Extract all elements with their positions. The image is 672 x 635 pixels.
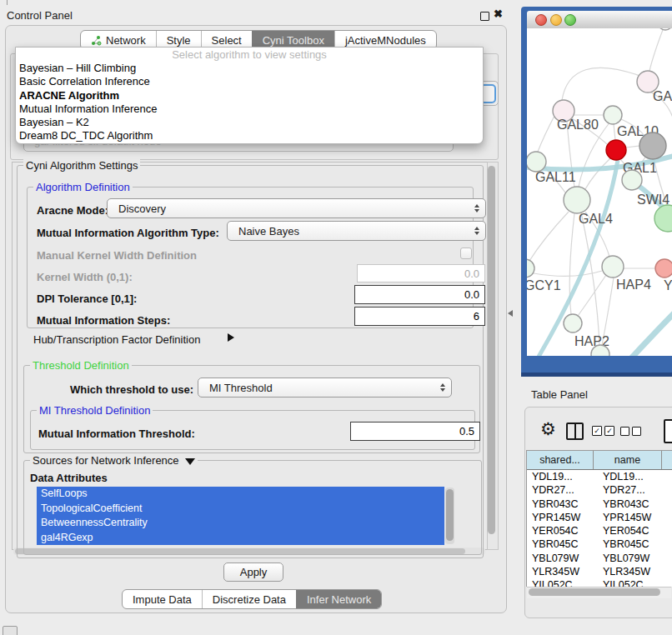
table-row[interactable]: YBR043CYBR043C bbox=[527, 498, 672, 511]
table-panel-title: Table Panel bbox=[531, 388, 588, 401]
algorithm-option-bayesian-k2[interactable]: Bayesian – K2 bbox=[16, 116, 483, 129]
attribute-item-betweennesscentrality[interactable]: BetweennessCentrality bbox=[37, 516, 444, 531]
network-node-gal1[interactable] bbox=[606, 140, 626, 160]
table-row[interactable]: YIL052CYIL052C9 bbox=[527, 578, 672, 587]
float-window-icon[interactable] bbox=[480, 12, 489, 21]
mi-type-combo[interactable]: Naive Bayes bbox=[227, 221, 486, 241]
table-cell: YDR27... bbox=[527, 483, 598, 497]
network-node-label: HAP4 bbox=[616, 278, 651, 292]
attribute-item-topologicalcoefficient[interactable]: TopologicalCoefficient bbox=[37, 502, 444, 517]
aracne-mode-combo[interactable]: Discovery bbox=[107, 198, 486, 218]
tab-label: Cyni Toolbox bbox=[263, 34, 324, 47]
apply-button[interactable]: Apply bbox=[223, 562, 283, 582]
network-edge[interactable] bbox=[578, 275, 606, 316]
network-canvas[interactable]: GALGAL80GAL10GAL1GAL11SWI4GAL4GCY1HAP4YH… bbox=[527, 28, 672, 356]
network-node[interactable] bbox=[639, 132, 666, 159]
column-header-2[interactable] bbox=[662, 451, 672, 469]
network-edge-thick[interactable] bbox=[613, 303, 672, 356]
network-node-gal4[interactable] bbox=[564, 187, 590, 213]
table-row[interactable]: YPR145WYPR145W9. bbox=[527, 511, 672, 524]
network-window-frame-bottom bbox=[521, 372, 672, 377]
table-row[interactable]: YBL079WYBL079W bbox=[527, 552, 672, 565]
network-edge[interactable] bbox=[538, 116, 554, 152]
table-cell: YLR345W bbox=[527, 565, 598, 578]
network-node[interactable] bbox=[658, 28, 672, 30]
tab-impute-data[interactable]: Impute Data bbox=[123, 590, 202, 608]
table-cell: YDL19... bbox=[598, 470, 670, 483]
table-row[interactable]: YBR045CYBR045C9. bbox=[527, 538, 672, 551]
algorithm-option-dream8-dc-tdc-algorithm[interactable]: Dream8 DC_TDC Algorithm bbox=[16, 129, 483, 142]
network-edge[interactable] bbox=[585, 158, 610, 189]
network-edge[interactable] bbox=[562, 68, 640, 100]
deselect-all-columns-icon[interactable] bbox=[620, 427, 641, 436]
which-threshold-combo[interactable]: MI Threshold bbox=[198, 378, 452, 398]
table-row[interactable]: YLR345WYLR345W9. bbox=[527, 565, 672, 578]
network-node-label: SWI4 bbox=[637, 192, 669, 207]
table-cell: YBL079W bbox=[527, 552, 598, 565]
select-all-columns-icon[interactable]: ✓✓ bbox=[592, 426, 614, 436]
network-node-label: Y bbox=[664, 278, 672, 292]
expand-right-icon[interactable] bbox=[228, 333, 234, 342]
panel-collapse-arrow-icon[interactable] bbox=[508, 310, 513, 317]
table-cell: YBR043C bbox=[527, 498, 598, 511]
mi-steps-label: Mutual Information Steps: bbox=[37, 314, 170, 327]
node-table[interactable]: shared...name YDL19...YDL19...13YDR27...… bbox=[526, 450, 672, 587]
network-node-y[interactable] bbox=[655, 259, 672, 278]
table-row[interactable]: YDL19...YDL19...13 bbox=[527, 470, 672, 483]
dpi-tolerance-field[interactable]: 0.0 bbox=[354, 285, 485, 304]
document-icon[interactable] bbox=[664, 419, 672, 443]
algorithm-option-basic-correlation-inference[interactable]: Basic Correlation Inference bbox=[16, 75, 483, 88]
network-window-titlebar[interactable] bbox=[527, 11, 672, 29]
aracne-mode-label: Aracne Mode: bbox=[37, 204, 108, 217]
control-panel-title: Control Panel bbox=[7, 9, 73, 22]
network-edge[interactable] bbox=[649, 28, 665, 71]
window-edge-tick bbox=[7, 0, 8, 5]
gear-icon[interactable]: ⚙ bbox=[540, 419, 556, 439]
close-icon[interactable]: ✖ bbox=[494, 8, 503, 20]
attributes-list-scrollbar[interactable] bbox=[445, 488, 454, 544]
column-header-shared[interactable]: shared... bbox=[527, 451, 594, 469]
mi-threshold-field[interactable]: 0.5 bbox=[350, 422, 480, 441]
table-cell: YIL052C bbox=[527, 578, 598, 587]
manual-kernel-checkbox[interactable] bbox=[460, 248, 472, 259]
tab-infer-network[interactable]: Infer Network bbox=[296, 590, 381, 608]
data-attributes-list[interactable]: SelfLoopsTopologicalCoefficientBetweenne… bbox=[37, 487, 444, 545]
table-cell: YPR145W bbox=[527, 511, 598, 524]
network-node-hap2[interactable] bbox=[564, 314, 582, 332]
network-node-label: GCY1 bbox=[527, 278, 561, 292]
attribute-item-gal4rgexp[interactable]: gal4RGexp bbox=[37, 531, 444, 546]
minimize-traffic-light-icon[interactable] bbox=[550, 14, 562, 26]
table-cell: YIL052C bbox=[598, 578, 670, 587]
collapse-down-icon[interactable] bbox=[185, 458, 195, 465]
network-node-gcy1[interactable] bbox=[527, 259, 534, 278]
close-traffic-light-icon[interactable] bbox=[535, 14, 547, 26]
mi-steps-field[interactable]: 6 bbox=[354, 307, 485, 326]
zoom-traffic-light-icon[interactable] bbox=[564, 14, 576, 26]
collapsed-panel-icon[interactable] bbox=[3, 626, 18, 635]
network-node-swi4[interactable] bbox=[622, 170, 642, 190]
kernel-width-field[interactable]: 0.0 bbox=[357, 264, 485, 282]
network-edge[interactable] bbox=[626, 146, 639, 148]
network-node-gal11[interactable] bbox=[527, 152, 546, 172]
tab-discretize-data[interactable]: Discretize Data bbox=[202, 590, 296, 608]
algorithm-option-bayesian-hill-climbing[interactable]: Bayesian – Hill Climbing bbox=[16, 62, 483, 75]
settings-vertical-scrollbar-thumb[interactable] bbox=[488, 166, 495, 534]
hub-definition-label[interactable]: Hub/Transcription Factor Definition bbox=[33, 333, 200, 346]
threshold-definition-legend: Threshold Definition bbox=[30, 359, 132, 372]
algorithm-option-aracne-algorithm[interactable]: ARACNE Algorithm bbox=[16, 89, 483, 102]
table-horizontal-scrollbar-thumb[interactable] bbox=[529, 588, 660, 596]
network-node-gal10[interactable] bbox=[604, 106, 622, 124]
network-node-hap4[interactable] bbox=[602, 256, 624, 278]
columns-icon[interactable] bbox=[566, 422, 584, 440]
network-node[interactable] bbox=[654, 205, 672, 232]
algorithm-option-mutual-information-inference[interactable]: Mutual Information Inference bbox=[16, 102, 483, 116]
table-cell: YER054C bbox=[527, 524, 598, 538]
column-header-name[interactable]: name bbox=[594, 451, 662, 469]
table-cell: YBL079W bbox=[598, 552, 670, 565]
attribute-item-selfloops[interactable]: SelfLoops bbox=[37, 487, 444, 502]
table-row[interactable]: YER054CYER054C8. bbox=[527, 524, 672, 538]
table-row[interactable]: YDR27...YDR27...12 bbox=[527, 483, 672, 497]
network-edge[interactable] bbox=[614, 124, 615, 140]
network-edge[interactable] bbox=[529, 212, 569, 261]
table-cell: YPR145W bbox=[598, 511, 670, 524]
